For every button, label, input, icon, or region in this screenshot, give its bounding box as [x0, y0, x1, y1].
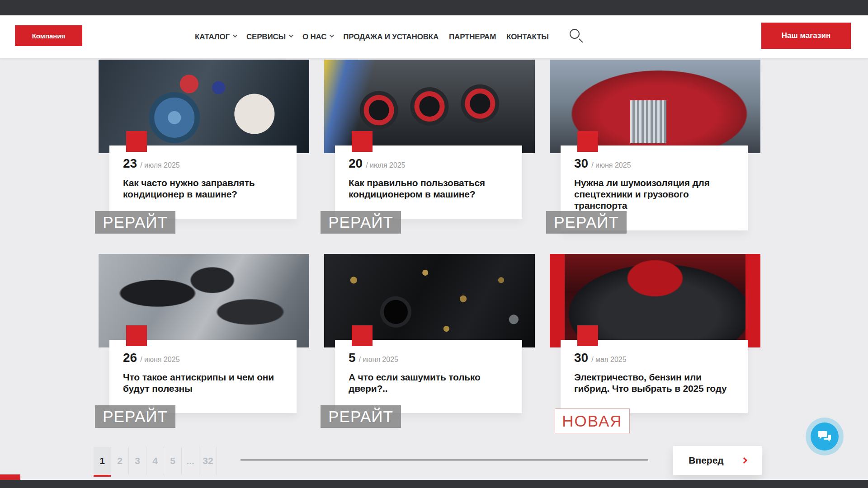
article-card: 23 / июля 2025 Как часто нужно заправлят…: [99, 60, 309, 254]
article-photo[interactable]: [324, 60, 535, 153]
page-number[interactable]: 1: [94, 447, 111, 475]
article-day: 30: [574, 156, 588, 171]
top-dark-bar: [0, 0, 868, 15]
status-stamp: РЕРАЙТ: [95, 211, 175, 234]
article-title[interactable]: Что такое антискрипы и чем они будут пол…: [123, 371, 285, 394]
category-badge: [126, 131, 147, 152]
article-month-year: / мая 2025: [591, 356, 627, 364]
article-date: 30 / мая 2025: [574, 351, 736, 365]
article-day: 20: [349, 156, 363, 171]
article-photo[interactable]: [99, 254, 309, 347]
article-card: 30 / июня 2025 Нужна ли шумоизоляция для…: [550, 60, 760, 254]
article-date: 23 / июля 2025: [123, 156, 285, 171]
pagination: 1 2 3 4 5 ... 32: [94, 447, 217, 475]
article-title[interactable]: Как правильно пользоваться кондиционером…: [349, 177, 510, 200]
corner-red-block: [0, 474, 20, 480]
main-nav: КАТАЛОГ СЕРВИСЫ О НАС ПРОДАЖА И УСТАНОВК…: [195, 15, 549, 58]
category-badge: [577, 325, 598, 346]
article-title[interactable]: Нужна ли шумоизоляция для спецтехники и …: [574, 177, 736, 211]
article-day: 26: [123, 351, 137, 365]
page-number[interactable]: 4: [146, 447, 164, 475]
category-badge: [126, 325, 147, 346]
article-day: 30: [574, 351, 588, 365]
page-number[interactable]: ...: [182, 447, 199, 475]
nav-item[interactable]: ПРОДАЖА И УСТАНОВКА: [343, 33, 439, 42]
nav-item[interactable]: О НАС: [302, 33, 333, 42]
category-badge: [577, 131, 598, 152]
article-photo[interactable]: [99, 60, 309, 153]
chat-widget-circle: [811, 422, 839, 450]
article-date: 20 / июля 2025: [349, 156, 510, 171]
category-badge: [352, 325, 373, 346]
article-photo[interactable]: [324, 254, 535, 347]
nav-item-label: ПАРТНЕРАМ: [449, 33, 496, 42]
status-stamp: РЕРАЙТ: [321, 211, 401, 234]
article-summary: 5 / июня 2025 А что если зашумить только…: [335, 340, 522, 413]
article-title[interactable]: Как часто нужно заправлять кондиционер в…: [123, 177, 285, 200]
magnifier-handle: [579, 38, 583, 42]
article-summary: 23 / июля 2025 Как часто нужно заправлят…: [109, 145, 297, 219]
article-summary: 20 / июля 2025 Как правильно пользоватьс…: [335, 145, 522, 219]
category-badge: [352, 131, 373, 152]
page-number[interactable]: 5: [164, 447, 182, 475]
nav-item[interactable]: ПАРТНЕРАМ: [449, 33, 496, 42]
article-photo[interactable]: [550, 254, 760, 347]
chevron-down-icon: [233, 33, 237, 38]
chevron-right-icon: [741, 457, 747, 464]
nav-item-label: КОНТАКТЫ: [506, 33, 549, 42]
article-day: 5: [349, 351, 356, 365]
nav-item-label: О НАС: [302, 33, 326, 42]
status-stamp: РЕРАЙТ: [95, 405, 175, 428]
article-month-year: / июля 2025: [140, 161, 180, 169]
article-card: 26 / июня 2025 Что такое антискрипы и че…: [99, 254, 309, 448]
nav-item-label: ПРОДАЖА И УСТАНОВКА: [343, 33, 439, 42]
articles-grid: 23 / июля 2025 Как часто нужно заправлят…: [99, 60, 760, 448]
article-card: 5 / июня 2025 А что если зашумить только…: [324, 254, 535, 448]
article-date: 30 / июня 2025: [574, 156, 736, 171]
shop-button[interactable]: Наш магазин: [761, 23, 851, 49]
chevron-down-icon: [330, 33, 334, 38]
article-month-year: / июля 2025: [366, 161, 406, 169]
article-month-year: / июня 2025: [359, 356, 398, 364]
article-card: 20 / июля 2025 Как правильно пользоватьс…: [324, 60, 535, 254]
site-header: Компания КАТАЛОГ СЕРВИСЫ О НАС: [0, 15, 868, 58]
bottom-dark-bar: [0, 480, 868, 488]
nav-item-label: СЕРВИСЫ: [246, 33, 286, 42]
article-summary: 30 / мая 2025 Электричество, бензин или …: [561, 340, 748, 413]
company-button[interactable]: Компания: [15, 25, 82, 46]
article-card: 30 / мая 2025 Электричество, бензин или …: [550, 254, 760, 448]
chat-bubbles-icon: [817, 430, 832, 443]
article-date: 26 / июня 2025: [123, 351, 285, 365]
nav-item[interactable]: КАТАЛОГ: [195, 33, 236, 42]
page-number[interactable]: 32: [199, 447, 217, 475]
status-stamp: РЕРАЙТ: [321, 405, 401, 428]
article-summary: 26 / июня 2025 Что такое антискрипы и че…: [109, 340, 297, 413]
article-day: 23: [123, 156, 137, 171]
nav-item[interactable]: КОНТАКТЫ: [506, 33, 549, 42]
search-button[interactable]: [569, 28, 585, 45]
page-number[interactable]: 3: [129, 447, 146, 475]
article-month-year: / июня 2025: [140, 356, 179, 364]
chevron-down-icon: [289, 33, 293, 38]
chat-widget-button[interactable]: [806, 418, 844, 455]
article-photo[interactable]: [550, 60, 760, 153]
magnifier-icon: [570, 29, 580, 39]
article-title[interactable]: А что если зашумить только двери?..: [349, 371, 510, 394]
pagination-divider-line: [241, 460, 648, 460]
nav-item[interactable]: СЕРВИСЫ: [246, 33, 292, 42]
next-page-button[interactable]: Вперед: [673, 446, 762, 475]
page-number[interactable]: 2: [111, 447, 129, 475]
next-page-label: Вперед: [689, 455, 723, 466]
article-month-year: / июня 2025: [591, 161, 631, 169]
article-title[interactable]: Электричество, бензин или гибрид. Что вы…: [574, 371, 736, 394]
nav-item-label: КАТАЛОГ: [195, 33, 230, 42]
page: Компания КАТАЛОГ СЕРВИСЫ О НАС: [0, 0, 868, 488]
article-date: 5 / июня 2025: [349, 351, 510, 365]
status-stamp: РЕРАЙТ: [546, 211, 627, 234]
status-stamp: НОВАЯ: [555, 408, 630, 433]
